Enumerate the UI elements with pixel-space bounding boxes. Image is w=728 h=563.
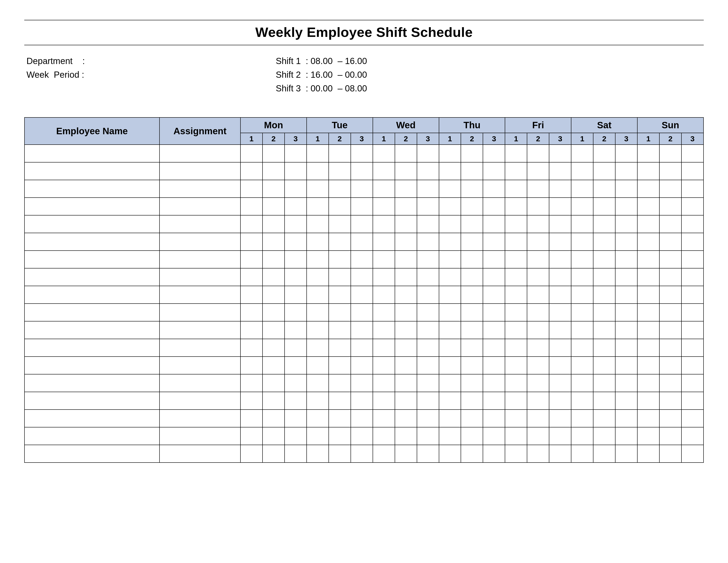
cell-shift[interactable] [395, 339, 417, 357]
cell-shift[interactable] [395, 162, 417, 180]
cell-shift[interactable] [307, 250, 329, 268]
cell-shift[interactable] [240, 304, 263, 321]
cell-shift[interactable] [417, 233, 439, 250]
cell-shift[interactable] [461, 162, 483, 180]
cell-shift[interactable] [505, 357, 527, 374]
cell-shift[interactable] [461, 321, 483, 339]
cell-shift[interactable] [373, 233, 395, 250]
cell-shift[interactable] [373, 304, 395, 321]
cell-shift[interactable] [505, 392, 527, 410]
cell-shift[interactable] [240, 427, 263, 445]
cell-shift[interactable] [307, 357, 329, 374]
cell-assignment[interactable] [159, 162, 240, 180]
cell-shift[interactable] [549, 268, 571, 286]
cell-shift[interactable] [571, 180, 593, 197]
cell-shift[interactable] [395, 215, 417, 233]
cell-shift[interactable] [593, 357, 615, 374]
cell-shift[interactable] [240, 250, 263, 268]
cell-shift[interactable] [395, 233, 417, 250]
cell-shift[interactable] [461, 304, 483, 321]
cell-shift[interactable] [351, 357, 373, 374]
cell-shift[interactable] [549, 145, 571, 162]
cell-shift[interactable] [549, 250, 571, 268]
cell-shift[interactable] [439, 268, 461, 286]
cell-shift[interactable] [505, 374, 527, 392]
cell-assignment[interactable] [159, 445, 240, 463]
cell-shift[interactable] [615, 233, 637, 250]
cell-shift[interactable] [659, 215, 681, 233]
cell-shift[interactable] [571, 357, 593, 374]
cell-shift[interactable] [527, 410, 549, 427]
cell-shift[interactable] [659, 392, 681, 410]
cell-shift[interactable] [439, 410, 461, 427]
cell-shift[interactable] [285, 233, 307, 250]
cell-shift[interactable] [615, 445, 637, 463]
cell-shift[interactable] [240, 321, 263, 339]
cell-shift[interactable] [329, 321, 351, 339]
cell-shift[interactable] [439, 445, 461, 463]
cell-shift[interactable] [461, 145, 483, 162]
cell-shift[interactable] [681, 321, 704, 339]
cell-shift[interactable] [395, 321, 417, 339]
cell-shift[interactable] [285, 357, 307, 374]
cell-shift[interactable] [527, 445, 549, 463]
cell-employee-name[interactable] [24, 286, 159, 304]
cell-shift[interactable] [417, 250, 439, 268]
cell-shift[interactable] [637, 321, 659, 339]
cell-shift[interactable] [615, 197, 637, 215]
cell-shift[interactable] [439, 357, 461, 374]
cell-shift[interactable] [637, 268, 659, 286]
cell-shift[interactable] [351, 339, 373, 357]
cell-employee-name[interactable] [24, 410, 159, 427]
cell-shift[interactable] [285, 250, 307, 268]
cell-shift[interactable] [351, 286, 373, 304]
cell-shift[interactable] [637, 145, 659, 162]
cell-shift[interactable] [659, 197, 681, 215]
cell-shift[interactable] [593, 250, 615, 268]
cell-shift[interactable] [439, 145, 461, 162]
cell-shift[interactable] [439, 374, 461, 392]
cell-shift[interactable] [417, 374, 439, 392]
cell-assignment[interactable] [159, 286, 240, 304]
cell-shift[interactable] [483, 286, 505, 304]
cell-shift[interactable] [593, 268, 615, 286]
cell-shift[interactable] [263, 268, 285, 286]
cell-shift[interactable] [329, 357, 351, 374]
cell-shift[interactable] [527, 427, 549, 445]
cell-shift[interactable] [263, 286, 285, 304]
cell-assignment[interactable] [159, 304, 240, 321]
cell-shift[interactable] [263, 304, 285, 321]
cell-shift[interactable] [483, 162, 505, 180]
cell-shift[interactable] [527, 162, 549, 180]
cell-shift[interactable] [395, 410, 417, 427]
cell-shift[interactable] [439, 304, 461, 321]
cell-shift[interactable] [329, 250, 351, 268]
cell-shift[interactable] [263, 250, 285, 268]
cell-shift[interactable] [307, 410, 329, 427]
cell-shift[interactable] [681, 357, 704, 374]
cell-shift[interactable] [593, 180, 615, 197]
cell-shift[interactable] [527, 339, 549, 357]
cell-shift[interactable] [351, 445, 373, 463]
cell-employee-name[interactable] [24, 321, 159, 339]
cell-shift[interactable] [461, 392, 483, 410]
cell-shift[interactable] [505, 162, 527, 180]
cell-shift[interactable] [351, 392, 373, 410]
cell-shift[interactable] [285, 339, 307, 357]
cell-shift[interactable] [373, 357, 395, 374]
cell-employee-name[interactable] [24, 427, 159, 445]
cell-shift[interactable] [571, 250, 593, 268]
cell-shift[interactable] [417, 410, 439, 427]
cell-shift[interactable] [549, 321, 571, 339]
cell-shift[interactable] [615, 357, 637, 374]
cell-shift[interactable] [681, 304, 704, 321]
cell-shift[interactable] [505, 410, 527, 427]
cell-shift[interactable] [659, 357, 681, 374]
cell-shift[interactable] [593, 162, 615, 180]
cell-shift[interactable] [527, 357, 549, 374]
cell-shift[interactable] [240, 215, 263, 233]
cell-shift[interactable] [307, 304, 329, 321]
cell-shift[interactable] [527, 321, 549, 339]
cell-assignment[interactable] [159, 250, 240, 268]
cell-shift[interactable] [659, 374, 681, 392]
